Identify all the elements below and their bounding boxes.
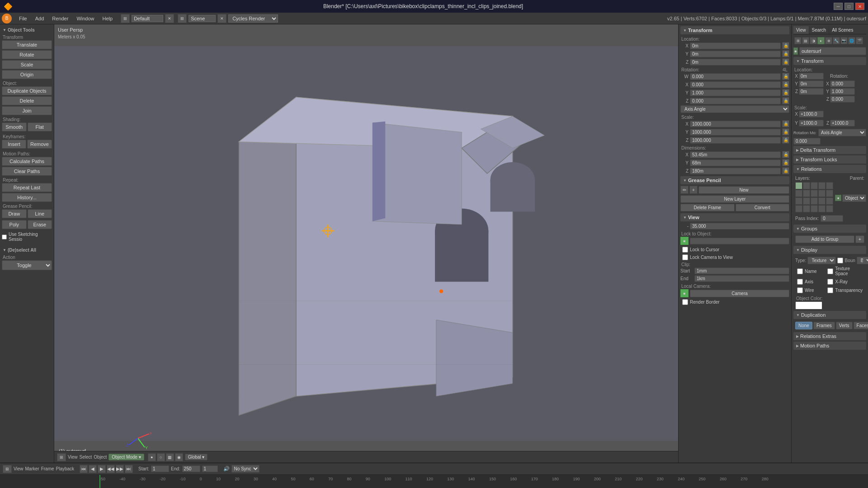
viewport[interactable]: User Persp Meters x 0.05 (54, 24, 678, 463)
play-reverse-icon[interactable]: ◀◀ (107, 465, 115, 473)
item-loc-y-input[interactable] (799, 80, 824, 87)
menu-window[interactable]: Window (73, 15, 98, 22)
gp-new-button[interactable]: New (698, 186, 789, 194)
viewport-editor-icon[interactable]: ⊞ (57, 453, 66, 461)
relations-extras-header[interactable]: Relations Extras (793, 332, 866, 340)
rotation-mode-dropdown[interactable]: Axis Angle (818, 129, 866, 136)
type-dropdown[interactable]: Texture (807, 257, 836, 264)
gp-convert-button[interactable]: Convert (736, 204, 790, 211)
line-button[interactable]: Line (28, 209, 52, 218)
sketching-checkbox[interactable] (2, 235, 7, 239)
tab-view[interactable]: View (793, 26, 809, 34)
solid-shading-icon[interactable]: ● (148, 453, 156, 461)
obj-icon1[interactable]: ⊞ (794, 37, 802, 44)
layer-dot-16[interactable] (795, 205, 802, 212)
layer-dot-8[interactable] (811, 190, 818, 197)
transform-locks-header[interactable]: Transform Locks (793, 155, 866, 164)
obj-icon7[interactable]: 📷 (840, 37, 848, 44)
dup-none-button[interactable]: None (795, 322, 812, 329)
lock-sy-icon[interactable]: 🔒 (782, 128, 789, 136)
layer-dot-2[interactable] (803, 182, 810, 189)
rotate-button[interactable]: Rotate (2, 50, 52, 59)
obj-icon8[interactable]: 🌐 (848, 37, 855, 44)
current-frame-input[interactable] (202, 465, 218, 472)
lock-dz-icon[interactable]: 🔒 (782, 167, 789, 174)
origin-button[interactable]: Origin (2, 70, 52, 79)
dim-z-input[interactable] (690, 168, 781, 174)
obj-icon4-active[interactable]: ▸ (817, 37, 825, 44)
rotation-x-input[interactable] (690, 81, 781, 88)
history-button[interactable]: History... (2, 193, 52, 202)
end-frame-input[interactable] (182, 465, 200, 472)
lock-y-icon[interactable]: 🔒 (782, 50, 789, 57)
layer-dot-3[interactable] (811, 182, 818, 189)
groups-header[interactable]: Groups (793, 225, 866, 233)
lock-object-input[interactable] (690, 238, 789, 244)
object-menu[interactable]: Object (94, 455, 107, 460)
item-scale-y-input[interactable] (799, 120, 824, 127)
render-engine-select[interactable]: Cycles Render (228, 14, 278, 23)
delete-button[interactable]: Delete (2, 96, 52, 105)
render-border-checkbox[interactable] (682, 299, 688, 305)
gp-icon1[interactable]: ✏ (680, 186, 689, 194)
scale-z-input[interactable] (690, 137, 781, 144)
rotation-type-dropdown[interactable]: Axis Angle (680, 105, 789, 113)
layer-dot-12[interactable] (803, 197, 810, 205)
item-scale-x-input[interactable] (799, 111, 824, 117)
jump-start-icon[interactable]: ⏮ (80, 465, 88, 473)
layer-dot-1[interactable] (795, 182, 802, 189)
menu-help[interactable]: Help (99, 15, 117, 22)
layer-dot-6[interactable] (795, 190, 802, 197)
audio-icon[interactable]: 🔊 (223, 466, 230, 472)
wireframe-shading-icon[interactable]: ○ (157, 453, 165, 461)
grease-pencil-header[interactable]: Grease Pencil (680, 176, 789, 184)
calculate-paths-button[interactable]: Calculate Paths (2, 157, 52, 166)
location-x-input[interactable] (690, 42, 781, 49)
layer-dot-10[interactable] (826, 190, 833, 197)
clip-start-input[interactable] (694, 267, 789, 274)
transform-item-header[interactable]: Transform (793, 57, 866, 65)
remove-keyframe-button[interactable]: Remove (27, 140, 52, 149)
display-header[interactable]: Display (793, 246, 866, 254)
close-scene-icon[interactable]: ✕ (217, 14, 226, 23)
delta-transform-header[interactable]: Delta Transform (793, 146, 866, 154)
sync-dropdown[interactable]: No Sync (231, 465, 259, 473)
parent-type-dropdown[interactable]: Object (842, 194, 866, 202)
layer-dot-15[interactable] (826, 197, 833, 205)
layer-dot-17[interactable] (803, 205, 810, 212)
layer-dot-11[interactable] (795, 197, 802, 205)
add-group-icon-button[interactable]: + (855, 235, 864, 243)
tab-search[interactable]: Search (809, 26, 830, 34)
prev-frame-icon[interactable]: ◀ (89, 465, 97, 473)
timeline-marker-menu[interactable]: Marker (25, 466, 39, 471)
dup-frames-button[interactable]: Frames (813, 322, 835, 329)
texture-space-checkbox[interactable] (827, 268, 833, 274)
draw-button[interactable]: Draw (2, 209, 27, 218)
tab-all-scenes[interactable]: All Scenes (829, 26, 856, 34)
rotation-y-input[interactable] (690, 89, 781, 96)
editor-type-icon[interactable]: ⊞ (121, 14, 130, 23)
name-checkbox[interactable] (797, 268, 803, 274)
layer-dot-14[interactable] (818, 197, 826, 205)
obj-icon5[interactable]: ⊕ (825, 37, 832, 44)
item-rot-x-input[interactable] (830, 80, 855, 87)
start-frame-input[interactable] (151, 465, 169, 472)
transform-header[interactable]: Transform (680, 26, 789, 34)
dim-x-input[interactable] (690, 151, 781, 158)
layer-dot-19[interactable] (818, 205, 826, 212)
obj-icon2[interactable]: ▤ (802, 37, 809, 44)
scene-type-icon[interactable]: ⊞ (178, 14, 187, 23)
timeline-frame-menu[interactable]: Frame (41, 466, 54, 471)
object-color-swatch[interactable] (795, 301, 822, 310)
timeline-content[interactable]: -50 -40 -30 -20 -10 0 10 20 30 40 50 60 … (0, 475, 868, 488)
lock-rw-icon[interactable]: 🔒 (782, 73, 789, 80)
item-rot-z-input[interactable] (830, 96, 855, 103)
gp-icon2[interactable]: + (689, 186, 698, 194)
timeline-playback-menu[interactable]: Playback (56, 466, 75, 471)
item-loc-x-input[interactable] (799, 73, 824, 80)
lock-z-icon[interactable]: 🔒 (782, 58, 789, 66)
scale-y-input[interactable] (690, 129, 781, 136)
layer-dot-4[interactable] (818, 182, 826, 189)
layer-dot-20[interactable] (826, 205, 833, 212)
location-z-input[interactable] (690, 59, 781, 66)
